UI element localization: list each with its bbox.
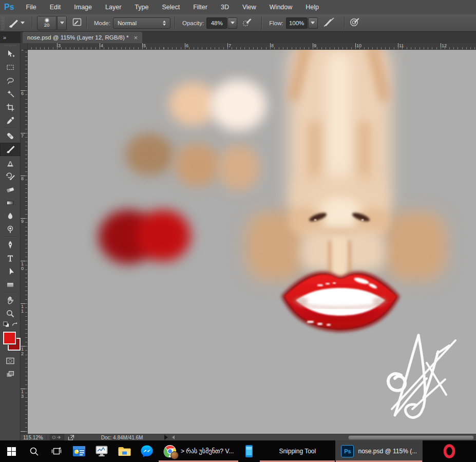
- zoom-level-field[interactable]: 115.12%: [23, 435, 43, 440]
- opacity-label: Opacity:: [182, 20, 204, 26]
- type-tool[interactable]: [0, 252, 21, 265]
- hand-tool[interactable]: [0, 294, 21, 307]
- menu-window[interactable]: Window: [263, 0, 299, 14]
- snipping-tool-task-button[interactable]: Snipping Tool: [259, 440, 335, 462]
- pressure-opacity-button[interactable]: [242, 17, 253, 29]
- menu-select[interactable]: Select: [155, 0, 186, 14]
- clone-stamp-icon: [6, 158, 15, 167]
- brush-size-control[interactable]: 20: [37, 16, 67, 30]
- status-flyout-arrow[interactable]: [164, 435, 168, 440]
- blur-tool-icon: [6, 211, 15, 221]
- opera-button[interactable]: [423, 440, 476, 462]
- zoom-tool[interactable]: [0, 307, 21, 320]
- horizontal-scrollbar-thumb[interactable]: [348, 435, 474, 440]
- blob-red: [137, 210, 191, 261]
- brush-tool-icon: [6, 145, 15, 154]
- flow-dropdown[interactable]: [308, 17, 318, 29]
- doc-size-info[interactable]: Doc: 4.84M/41.6M: [101, 435, 143, 440]
- menu-bar: Ps File Edit Image Layer Type Select Fil…: [0, 0, 476, 14]
- default-colors-icon[interactable]: [3, 320, 10, 330]
- menu-image[interactable]: Image: [67, 0, 99, 14]
- brush-size-value: 20: [44, 23, 50, 27]
- toggle-brush-panel-button[interactable]: [72, 17, 82, 29]
- eyedropper-tool[interactable]: [0, 114, 21, 127]
- options-grip[interactable]: [1, 16, 5, 30]
- history-brush-tool[interactable]: [0, 169, 21, 183]
- menu-filter[interactable]: Filter: [186, 0, 214, 14]
- blob-cream: [210, 80, 266, 131]
- chrome-task-button[interactable]: > რას უსმენთ? V...: [158, 440, 239, 462]
- swap-colors-icon[interactable]: [11, 320, 18, 330]
- nostril-catchlight-left: [314, 219, 316, 221]
- path-select-icon: [6, 267, 15, 276]
- path-selection-tool[interactable]: [0, 265, 21, 278]
- chrome-icon-wrap: [163, 445, 177, 458]
- control-panel-pinned[interactable]: [68, 440, 90, 462]
- task-manager-pinned[interactable]: [90, 440, 113, 462]
- quick-mask-button[interactable]: [0, 354, 21, 368]
- pen-tool[interactable]: [0, 238, 21, 252]
- brush-preview[interactable]: 20: [37, 16, 56, 30]
- opacity-field[interactable]: 48%: [206, 17, 227, 29]
- lasso-tool[interactable]: [0, 74, 21, 87]
- menu-type[interactable]: Type: [128, 0, 155, 14]
- crop-tool[interactable]: [0, 101, 21, 114]
- brush-size-dropdown[interactable]: [57, 16, 67, 30]
- menu-3d[interactable]: 3D: [214, 0, 236, 14]
- photoshop-task-button[interactable]: Ps nose.psd @ 115% (...: [335, 440, 423, 462]
- document-tab[interactable]: nose.psd @ 115% (Layer 12, RGB/8) * ×: [23, 32, 142, 43]
- gradient-tool[interactable]: [0, 196, 21, 209]
- menu-file[interactable]: File: [20, 0, 43, 14]
- horizontal-ruler[interactable]: 3 4 5 6 7 8 9 10 11 12: [28, 43, 476, 50]
- nostril-catchlight-right: [361, 219, 364, 221]
- shape-tool[interactable]: [0, 278, 21, 292]
- task-view-button[interactable]: [45, 440, 68, 462]
- tab-close-icon[interactable]: ×: [134, 34, 138, 41]
- blur-tool[interactable]: [0, 209, 21, 223]
- share-icon[interactable]: [68, 435, 74, 440]
- dodge-tool[interactable]: [0, 223, 21, 236]
- tools-panel-grip[interactable]: [5, 45, 16, 46]
- airbrush-icon: [323, 17, 335, 27]
- screen-mode-button[interactable]: [0, 368, 21, 381]
- blob-light-tan: [219, 145, 260, 191]
- menu-help[interactable]: Help: [299, 0, 326, 14]
- document-canvas[interactable]: [28, 50, 476, 434]
- document-tab-bar: nose.psd @ 115% (Layer 12, RGB/8) * ×: [21, 32, 476, 43]
- your-phone-pinned[interactable]: [239, 440, 259, 462]
- move-tool[interactable]: [0, 47, 21, 61]
- ruler-corner[interactable]: [21, 43, 28, 50]
- opacity-dropdown[interactable]: [227, 17, 237, 29]
- vertical-ruler[interactable]: 5 6 7 8 9 10 11 12 13: [21, 50, 28, 434]
- tools-panel-collapse[interactable]: »: [0, 32, 21, 43]
- flow-field[interactable]: 100%: [286, 17, 308, 29]
- clone-stamp-tool[interactable]: [0, 156, 21, 169]
- start-button[interactable]: [0, 440, 23, 462]
- tool-preset-picker[interactable]: [5, 18, 28, 28]
- quick-mask-icon: [6, 356, 15, 365]
- taskbar-search-button[interactable]: [23, 440, 45, 462]
- messenger-pinned[interactable]: [136, 440, 158, 462]
- photoshop-task-label: nose.psd @ 115% (...: [358, 448, 417, 455]
- pressure-size-icon: [349, 17, 360, 27]
- magic-wand-tool[interactable]: [0, 87, 21, 101]
- menu-edit[interactable]: Edit: [43, 0, 68, 14]
- eraser-tool[interactable]: [0, 183, 21, 196]
- menu-layer[interactable]: Layer: [99, 0, 128, 14]
- scroll-left-arrow[interactable]: [172, 435, 175, 439]
- pressure-size-button[interactable]: [349, 17, 360, 29]
- foreground-color-swatch[interactable]: [3, 332, 16, 344]
- brush-tool[interactable]: [0, 143, 21, 156]
- shape-tool-icon: [6, 280, 15, 290]
- menu-view[interactable]: View: [236, 0, 263, 14]
- blend-mode-select[interactable]: Normal: [113, 17, 170, 29]
- options-bar: 20 Mode: Normal Opacity: 48%: [0, 14, 476, 32]
- workflow-status-icon[interactable]: [50, 434, 64, 440]
- preset-dropdown-arrow: [21, 22, 25, 24]
- windows-logo-icon: [7, 447, 16, 456]
- healing-brush-tool[interactable]: [0, 129, 21, 143]
- airbrush-toggle-button[interactable]: [323, 17, 335, 29]
- marquee-tool[interactable]: [0, 61, 21, 74]
- file-explorer-pinned[interactable]: [113, 440, 136, 462]
- marquee-tool-icon: [6, 63, 15, 72]
